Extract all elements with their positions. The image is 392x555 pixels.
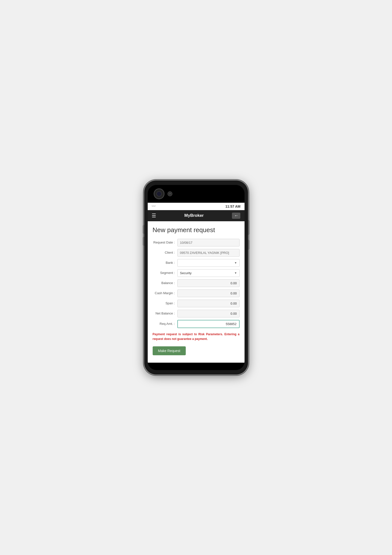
segment-row: Segment : Security Equity Commodity Deri… bbox=[153, 269, 240, 277]
phone-top-bar: ⟳ bbox=[148, 185, 245, 203]
request-date-label: Request Date : bbox=[153, 241, 177, 245]
disclaimer-text: Payment request is subject to Risk Param… bbox=[153, 332, 240, 341]
status-time: 11:57 AM bbox=[226, 204, 241, 208]
balance-row: Balance : bbox=[153, 279, 240, 287]
left-side-buttons bbox=[143, 225, 144, 246]
req-amt-input[interactable] bbox=[177, 320, 240, 328]
camera-small: ⟳ bbox=[167, 191, 172, 196]
request-date-input[interactable] bbox=[177, 239, 240, 246]
bank-label: Bank : bbox=[153, 261, 177, 265]
phone-screen: ⟳ 〰 11:57 AM ☰ MyBroker ← New payment re… bbox=[148, 185, 245, 370]
net-balance-input bbox=[177, 310, 240, 317]
span-label: Span : bbox=[153, 301, 177, 306]
span-input bbox=[177, 300, 240, 307]
bank-select-wrapper: ▼ bbox=[177, 259, 240, 267]
balance-input bbox=[177, 279, 240, 287]
client-input[interactable] bbox=[177, 249, 240, 257]
request-date-row: Request Date : bbox=[153, 239, 240, 246]
req-amt-label: Req.Amt. : bbox=[153, 322, 177, 326]
span-row: Span : bbox=[153, 300, 240, 307]
main-content: New payment request Request Date : Clien… bbox=[148, 221, 245, 363]
segment-select-wrapper: Security Equity Commodity Derivatives ▼ bbox=[177, 269, 240, 277]
make-request-button[interactable]: Make Request bbox=[153, 346, 186, 355]
client-label: Client : bbox=[153, 251, 177, 255]
bank-select[interactable] bbox=[177, 259, 240, 267]
back-button[interactable]: ← bbox=[232, 213, 240, 219]
segment-select[interactable]: Security Equity Commodity Derivatives bbox=[177, 269, 240, 277]
client-row: Client : bbox=[153, 249, 240, 257]
segment-label: Segment : bbox=[153, 271, 177, 275]
net-balance-row: Net Balance : bbox=[153, 310, 240, 317]
phone-device: ⟳ 〰 11:57 AM ☰ MyBroker ← New payment re… bbox=[144, 180, 248, 375]
bank-row: Bank : ▼ bbox=[153, 259, 240, 267]
camera-main bbox=[154, 188, 165, 199]
cash-margin-label: Cash Margin : bbox=[153, 291, 177, 295]
balance-label: Balance : bbox=[153, 281, 177, 285]
status-bar: 〰 11:57 AM bbox=[148, 203, 245, 210]
app-title: MyBroker bbox=[184, 213, 204, 218]
page-title: New payment request bbox=[153, 226, 240, 234]
hamburger-menu-button[interactable]: ☰ bbox=[152, 213, 156, 219]
net-balance-label: Net Balance : bbox=[153, 311, 177, 316]
req-amt-row: Req.Amt. : bbox=[153, 320, 240, 328]
phone-bottom-bar bbox=[148, 363, 245, 370]
cash-margin-input bbox=[177, 289, 240, 297]
camera-lens bbox=[156, 191, 162, 197]
app-bar: ☰ MyBroker ← bbox=[148, 210, 245, 221]
wifi-icon: 〰 bbox=[152, 204, 156, 209]
cash-margin-row: Cash Margin : bbox=[153, 289, 240, 297]
